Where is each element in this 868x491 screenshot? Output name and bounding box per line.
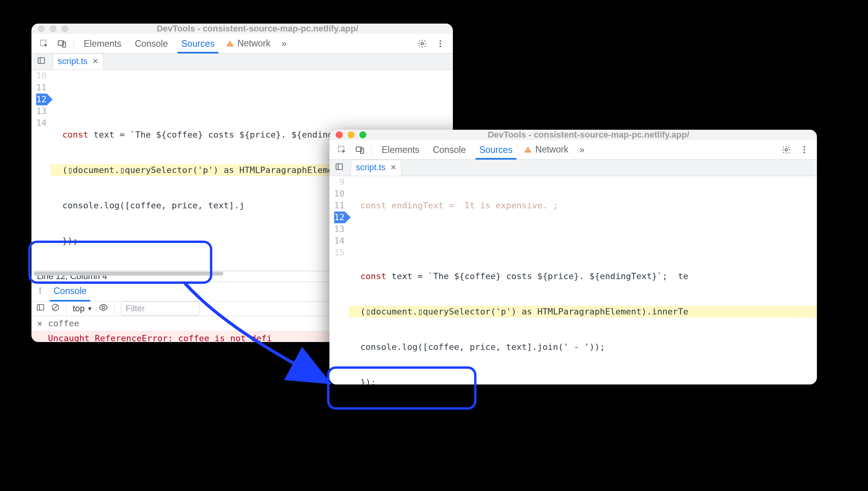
code-line: }); [349,377,817,384]
line-number[interactable]: 10 [36,70,47,82]
line-number[interactable]: 11 [334,200,345,211]
breakpoint-line[interactable]: 12 [36,94,47,105]
code-editor[interactable]: 9 10 11 12 13 14 15 const endingText = I… [329,176,817,384]
svg-rect-4 [230,45,230,46]
sidebar-toggle-icon[interactable] [36,303,45,314]
kebab-icon[interactable] [433,37,447,51]
line-number[interactable]: 10 [334,188,345,200]
file-tab-label: script.ts [356,162,386,173]
maximize-icon[interactable] [61,25,68,32]
close-icon[interactable] [336,131,343,138]
tab-network[interactable]: Network [524,144,568,155]
main-tabs: Elements Console Sources Network » [329,140,817,160]
svg-point-24 [785,149,787,151]
svg-point-25 [804,146,805,148]
code-line [51,94,453,105]
inspect-icon[interactable] [37,37,51,51]
traffic-lights [38,25,68,32]
kebab-icon[interactable] [36,287,44,296]
live-expression-icon[interactable] [99,303,108,314]
titlebar[interactable]: DevTools - consistent-source-map-pc.netl… [31,24,453,34]
kebab-icon[interactable] [797,143,811,157]
svg-rect-22 [528,149,528,151]
line-gutter[interactable]: 10 11 12 13 14 [31,70,51,270]
navigator-toggle-icon[interactable] [37,56,46,67]
close-icon[interactable]: ✕ [36,318,43,328]
tab-elements[interactable]: Elements [81,34,124,53]
line-number[interactable]: 13 [36,105,47,117]
filter-placeholder: Filter [125,303,145,314]
line-number[interactable]: 11 [36,82,47,94]
console-filter-input[interactable]: Filter [121,302,200,316]
tab-network-label: Network [535,144,568,155]
code-line: const endingText = It is expensive. ; [349,200,817,211]
svg-point-11 [39,288,40,289]
svg-rect-28 [336,164,343,170]
file-tab-bar: script.ts ✕ [329,160,817,176]
navigator-toggle-icon[interactable] [335,162,344,173]
file-tab-script-ts[interactable]: script.ts ✕ [351,160,401,176]
tab-sources[interactable]: Sources [179,34,217,53]
code-line: console.log([coffee, price, text].join('… [349,341,817,353]
traffic-lights [336,131,366,138]
tab-network-label: Network [237,38,270,49]
file-tab-script-ts[interactable]: script.ts ✕ [53,53,103,70]
tab-more[interactable]: » [279,34,289,53]
svg-point-8 [440,46,441,47]
line-gutter[interactable]: 9 10 11 12 13 14 15 [329,176,349,384]
svg-rect-14 [37,305,44,311]
svg-point-26 [804,149,805,151]
breakpoint-line[interactable]: 12 [334,211,345,223]
tab-network[interactable]: Network [226,38,270,49]
svg-point-13 [39,292,40,293]
clear-console-icon[interactable] [51,303,60,314]
svg-point-6 [440,40,441,42]
code-line [349,235,817,247]
svg-rect-23 [528,151,528,152]
tab-console[interactable]: Console [430,140,468,159]
context-selector[interactable]: top▼ [73,303,92,314]
close-icon[interactable] [38,25,45,32]
line-number[interactable]: 13 [334,223,345,235]
code-body[interactable]: const endingText = It is expensive. ; co… [349,176,817,384]
file-tab-label: script.ts [58,56,88,66]
window-title: DevTools - consistent-source-map-pc.netl… [366,130,811,140]
svg-rect-9 [38,58,45,64]
code-line: const text = `The ${coffee} costs ${pric… [349,270,817,282]
inspect-icon[interactable] [335,143,349,157]
minimize-icon[interactable] [50,25,57,32]
settings-icon[interactable] [415,37,429,51]
svg-point-18 [102,306,105,309]
code-line-highlight: (▯document.▯querySelector('p') as HTMLPa… [349,306,817,318]
svg-point-5 [421,42,423,45]
main-tabs: Elements Console Sources Network » [31,34,453,53]
tab-elements[interactable]: Elements [379,140,422,159]
window-title: DevTools - consistent-source-map-pc.netl… [68,24,447,34]
drawer-tab-console[interactable]: Console [51,282,89,301]
settings-icon[interactable] [779,143,793,157]
close-icon[interactable]: ✕ [390,163,396,172]
devtools-window-after: DevTools - consistent-source-map-pc.netl… [329,130,817,384]
svg-rect-3 [230,42,230,44]
minimize-icon[interactable] [348,131,355,138]
device-toolbar-icon[interactable] [353,143,367,157]
line-number[interactable]: 15 [334,247,345,259]
close-icon[interactable]: ✕ [92,57,98,66]
titlebar[interactable]: DevTools - consistent-source-map-pc.netl… [329,130,817,140]
tab-console[interactable]: Console [132,34,170,53]
line-number[interactable]: 14 [334,235,345,247]
line-number[interactable]: 14 [36,117,47,129]
svg-point-7 [440,43,441,44]
svg-line-17 [53,305,58,310]
file-tab-bar: script.ts ✕ [31,53,453,70]
tab-more[interactable]: » [577,140,587,159]
svg-point-27 [804,152,805,153]
line-number[interactable]: 9 [334,176,345,188]
console-error-text: Uncaught ReferenceError: coffee is not d… [48,333,272,342]
svg-point-12 [39,290,40,291]
device-toolbar-icon[interactable] [55,37,69,51]
maximize-icon[interactable] [359,131,366,138]
tab-sources[interactable]: Sources [477,140,515,159]
console-input-text: coffee [48,318,79,328]
